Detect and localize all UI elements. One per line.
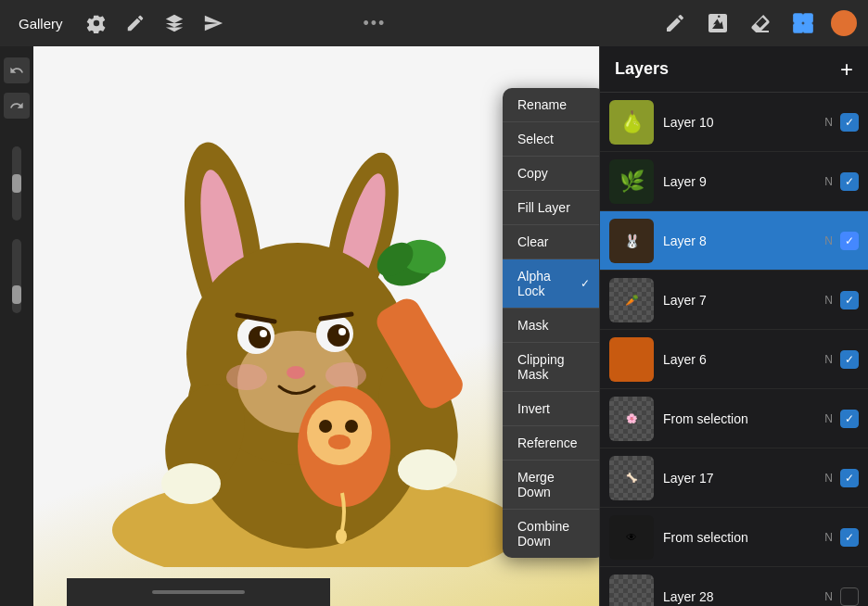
smudge-tool-icon[interactable] <box>703 8 733 38</box>
canvas-area: Rename Select Copy Fill Layer Clear Alph… <box>33 46 599 606</box>
layer-mode: N <box>824 294 833 307</box>
settings-icon[interactable] <box>83 10 109 36</box>
side-tools-left <box>0 46 33 606</box>
layer-thumbnail: 🌿 <box>609 159 654 204</box>
svg-point-16 <box>327 324 350 347</box>
layer-visibility-toggle[interactable]: ✓ <box>840 410 859 428</box>
layer-row-selected[interactable]: 🐰 Layer 8 N ✓ <box>600 211 868 271</box>
menu-item-copy[interactable]: Copy <box>503 157 599 191</box>
layer-thumbnail: 🍐 <box>609 100 654 145</box>
svg-point-17 <box>338 328 346 335</box>
menu-item-merge-down-label: Merge Down <box>517 470 590 499</box>
menu-item-reference[interactable]: Reference <box>503 426 599 461</box>
menu-item-rename[interactable]: Rename <box>503 88 599 122</box>
menu-item-reference-label: Reference <box>517 436 578 450</box>
layer-row[interactable]: 👁 From selection N ✓ <box>600 508 868 567</box>
brush-size-handle[interactable] <box>12 174 21 193</box>
svg-point-21 <box>226 364 267 390</box>
bottom-bar <box>67 578 330 606</box>
menu-item-combine-down[interactable]: Combine Down <box>503 510 599 558</box>
layer-mode: N <box>824 472 833 485</box>
layer-mode: N <box>824 234 833 247</box>
layer-visibility-toggle[interactable]: ✓ <box>840 172 859 191</box>
alpha-lock-checkmark: ✓ <box>581 277 590 290</box>
layer-row[interactable]: Layer 6 N ✓ <box>600 330 868 389</box>
layer-thumbnail: 👁 <box>609 515 654 560</box>
svg-rect-3 <box>803 23 813 33</box>
menu-item-merge-down[interactable]: Merge Down <box>503 461 599 510</box>
menu-item-alpha-lock[interactable]: Alpha Lock ✓ <box>503 259 599 309</box>
layer-row[interactable]: 🌿 Layer 9 N ✓ <box>600 152 868 211</box>
menu-item-copy-label: Copy <box>517 166 548 181</box>
layers-tool-icon[interactable] <box>788 8 818 38</box>
layer-thumbnail: 🥕 <box>609 278 654 322</box>
svg-point-22 <box>326 362 366 388</box>
layer-row[interactable]: 🌸 From selection N ✓ <box>600 389 868 448</box>
layer-visibility-toggle[interactable]: ✓ <box>840 528 859 547</box>
thumb-icon <box>609 337 654 382</box>
menu-item-clear-label: Clear <box>517 234 548 249</box>
menu-item-fill-layer-label: Fill Layer <box>517 200 570 215</box>
layer-visibility-toggle[interactable]: ✓ <box>840 113 859 132</box>
svg-point-14 <box>260 330 267 337</box>
menu-item-rename-label: Rename <box>517 97 567 112</box>
layers-icon[interactable] <box>161 10 187 36</box>
add-layer-button[interactable]: + <box>840 58 853 81</box>
layer-name: Layer 9 <box>663 174 824 189</box>
layer-visibility-toggle[interactable]: ✓ <box>840 469 859 487</box>
more-options[interactable]: ••• <box>363 14 386 33</box>
brush-size-slider[interactable] <box>12 146 21 221</box>
layer-row[interactable]: 🥕 Layer 7 N ✓ <box>600 271 868 330</box>
layer-row[interactable]: 🦴 Layer 17 N ✓ <box>600 448 868 508</box>
layer-visibility-toggle[interactable] <box>840 587 859 606</box>
gallery-button[interactable]: Gallery <box>11 12 70 35</box>
layer-visibility-toggle[interactable]: ✓ <box>840 291 859 309</box>
menu-item-fill-layer[interactable]: Fill Layer <box>503 191 599 225</box>
layers-list: 🍐 Layer 10 N ✓ 🌿 Layer 9 N ✓ 🐰 L <box>600 93 868 606</box>
svg-point-34 <box>345 420 358 433</box>
pen-tool-icon[interactable] <box>660 8 690 38</box>
layer-thumbnail <box>609 337 654 382</box>
menu-item-clipping-mask[interactable]: Clipping Mask <box>503 343 599 392</box>
redo-button[interactable] <box>4 93 30 119</box>
layers-title: Layers <box>615 59 669 79</box>
menu-item-mask[interactable]: Mask <box>503 309 599 343</box>
menu-item-clipping-mask-label: Clipping Mask <box>517 352 590 382</box>
layer-visibility-toggle[interactable]: ✓ <box>840 350 859 369</box>
toolbar-left: Gallery <box>11 10 226 36</box>
layer-mode: N <box>824 590 833 603</box>
layer-thumbnail: 🐰 <box>609 219 654 263</box>
svg-rect-0 <box>793 13 803 23</box>
undo-button[interactable] <box>4 57 30 83</box>
context-menu: Rename Select Copy Fill Layer Clear Alph… <box>503 88 599 558</box>
layer-row[interactable]: 🍐 Layer 10 N ✓ <box>600 93 868 152</box>
thumb-icon: 👁 <box>609 515 654 560</box>
thumb-icon: 🐰 <box>609 219 654 263</box>
layer-visibility-toggle[interactable]: ✓ <box>840 232 859 250</box>
thumb-icon: 🥕 <box>609 278 654 322</box>
layers-panel: Layers + 🍐 Layer 10 N ✓ 🌿 Layer 9 N ✓ <box>599 46 868 606</box>
canvas-content[interactable]: Rename Select Copy Fill Layer Clear Alph… <box>33 46 599 606</box>
layer-name: Layer 28 <box>663 589 824 604</box>
layer-thumbnail <box>609 574 654 607</box>
layer-mode: N <box>824 412 833 425</box>
main-area: Rename Select Copy Fill Layer Clear Alph… <box>0 46 868 606</box>
opacity-slider[interactable] <box>12 239 21 313</box>
svg-point-20 <box>287 366 305 379</box>
menu-item-invert-label: Invert <box>517 401 550 416</box>
layer-row[interactable]: Layer 28 N <box>600 567 868 606</box>
svg-point-26 <box>398 449 457 490</box>
menu-item-select[interactable]: Select <box>503 122 599 157</box>
svg-point-13 <box>249 326 271 348</box>
edit-icon[interactable] <box>122 10 148 36</box>
menu-item-clear[interactable]: Clear <box>503 225 599 259</box>
svg-point-36 <box>336 529 347 544</box>
layer-name: Layer 6 <box>663 352 824 367</box>
erase-tool-icon[interactable] <box>746 8 775 38</box>
send-icon[interactable] <box>200 10 226 36</box>
menu-item-invert[interactable]: Invert <box>503 392 599 426</box>
layer-mode: N <box>824 531 833 544</box>
color-picker[interactable] <box>831 10 857 36</box>
layer-name: From selection <box>663 530 824 545</box>
opacity-handle[interactable] <box>12 285 21 304</box>
